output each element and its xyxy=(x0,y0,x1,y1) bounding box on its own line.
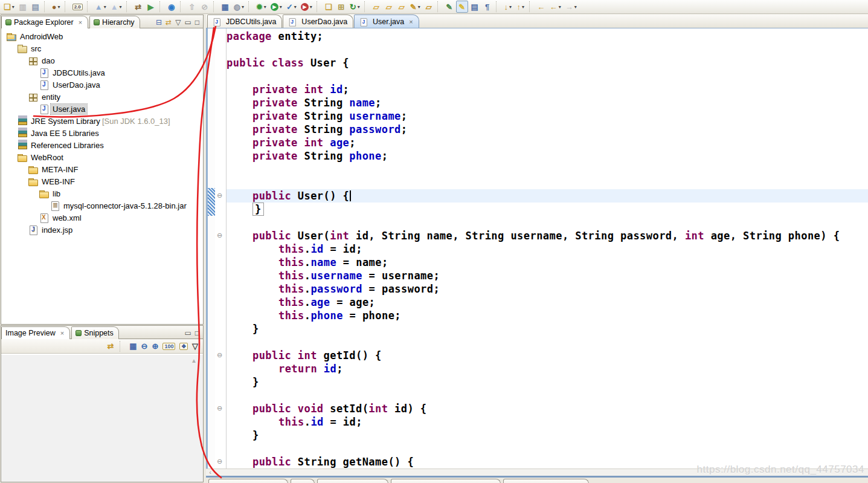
tree-item[interactable]: AndroidWeb xyxy=(1,30,203,42)
new-wizard-button[interactable]: ❏▾ xyxy=(2,1,16,13)
link-with-editor-icon[interactable]: ⇄ xyxy=(166,19,172,26)
web-services-button[interactable]: ◍▾ xyxy=(232,1,246,13)
debug-button[interactable]: ✹▾ xyxy=(254,1,268,13)
partial-tab[interactable] xyxy=(291,479,315,483)
back-button[interactable]: ←▾ xyxy=(548,1,563,13)
close-icon[interactable]: × xyxy=(78,18,83,27)
code-line[interactable]: this.name = name; xyxy=(227,256,868,269)
tree-item[interactable]: web.xml xyxy=(1,212,203,224)
code-line[interactable] xyxy=(227,43,868,56)
code-line[interactable]: private int age; xyxy=(227,136,868,149)
tab-snippets[interactable]: Snippets xyxy=(71,326,119,339)
code-line[interactable] xyxy=(227,389,868,402)
editor-tab-jdbcutils-java[interactable]: JDBCUtils.java xyxy=(207,15,282,28)
code-line[interactable] xyxy=(227,163,868,176)
partial-tab[interactable] xyxy=(503,479,589,483)
refresh-button[interactable]: ↻▾ xyxy=(348,1,362,13)
fold-collapse-icon[interactable]: ⊖ xyxy=(217,232,222,239)
code-line[interactable]: private String username; xyxy=(227,109,868,123)
show-whitespace-button[interactable]: ¶ xyxy=(481,1,493,13)
maximize-icon[interactable]: □ xyxy=(195,329,199,337)
tree-item[interactable]: Referenced Libraries xyxy=(1,139,203,151)
tab-image-preview[interactable]: Image Preview× xyxy=(1,326,70,339)
close-icon[interactable]: × xyxy=(409,18,413,25)
save-button[interactable]: ▥ xyxy=(17,1,29,13)
code-line[interactable]: this.id = id; xyxy=(227,415,868,429)
fold-collapse-icon[interactable]: ⊖ xyxy=(217,352,222,358)
link-with-editor-icon[interactable]: ⇄ xyxy=(107,342,114,351)
database-explorer-button[interactable]: ▦ xyxy=(219,1,231,13)
new-package-button[interactable]: ⊞ xyxy=(335,1,347,13)
new-web-component-button[interactable]: ●▾ xyxy=(50,1,62,13)
tree-item[interactable]: WEB-INF xyxy=(1,175,203,187)
image-icon[interactable]: ▦ xyxy=(129,342,137,351)
run-history-button[interactable]: ✓▾ xyxy=(285,1,298,13)
fold-collapse-icon[interactable]: ⊖ xyxy=(217,405,222,412)
generate-getter-button[interactable]: ✎ xyxy=(443,1,455,13)
tree-item[interactable]: META-INF xyxy=(1,163,203,175)
code-line[interactable]: private String password; xyxy=(227,123,868,136)
xdoclet-2-button[interactable]: 2.0 xyxy=(71,1,85,13)
tree-item[interactable]: User.java xyxy=(1,103,203,115)
code-line[interactable]: private String name; xyxy=(227,96,868,109)
code-line[interactable]: private int id; xyxy=(227,83,868,96)
fold-collapse-icon[interactable]: ⊖ xyxy=(217,192,222,199)
editor-tab-userdao-java[interactable]: UserDao.java xyxy=(283,15,353,28)
scroll-left-icon[interactable]: ‹ xyxy=(206,469,214,476)
print-button[interactable]: ▤ xyxy=(30,1,42,13)
last-edit-location-button[interactable]: ← xyxy=(535,1,547,13)
code-line[interactable]: } xyxy=(227,203,868,216)
export-archive-button[interactable]: ⇄ xyxy=(132,1,144,13)
tree-item[interactable]: mysql-connector-java-5.1.28-bin.jar xyxy=(1,199,203,212)
zoom-100-icon[interactable]: 100 xyxy=(162,343,175,350)
tree-item[interactable]: index.jsp xyxy=(1,224,203,236)
tree-item[interactable]: WebRoot xyxy=(1,151,203,163)
open-file-purple-button[interactable]: ▱ xyxy=(396,1,408,13)
web-browser-button[interactable]: ◉ xyxy=(166,1,178,13)
code-editor-text[interactable]: package entity;public class User {privat… xyxy=(227,28,868,468)
code-line[interactable] xyxy=(227,176,868,189)
tree-item[interactable]: JRE System Library [Sun JDK 1.6.0_13] xyxy=(1,115,203,127)
open-file-green-button[interactable]: ▱ xyxy=(383,1,395,13)
copy-button[interactable]: ⇧ xyxy=(186,1,198,13)
tree-item[interactable]: UserDao.java xyxy=(1,79,203,91)
open-folder-button[interactable]: ▱ xyxy=(423,1,435,13)
scroll-up-icon[interactable]: ▲ xyxy=(191,357,197,364)
code-line[interactable]: public User() { xyxy=(227,189,868,203)
code-line[interactable] xyxy=(227,442,868,455)
forward-button[interactable]: →▾ xyxy=(564,1,579,13)
maximize-icon[interactable]: □ xyxy=(195,19,199,26)
view-menu-icon[interactable]: ▽ xyxy=(175,19,181,26)
menu-chevron-icon[interactable]: ▽ xyxy=(192,342,198,351)
code-line[interactable]: this.phone = phone; xyxy=(227,309,868,322)
code-line[interactable] xyxy=(227,336,868,349)
minimize-icon[interactable]: ▭ xyxy=(184,329,191,337)
code-line[interactable]: } xyxy=(227,429,868,442)
tree-item[interactable]: Java EE 5 Libraries xyxy=(1,127,203,139)
package-explorer-tree[interactable]: AndroidWebsrcdaoJDBCUtils.javaUserDao.ja… xyxy=(1,28,203,324)
partial-tab[interactable] xyxy=(391,479,501,483)
new-interface-button[interactable]: ▲▾ xyxy=(109,1,124,13)
code-line[interactable]: public User(int id, String name, String … xyxy=(227,229,868,242)
open-file-red-button[interactable]: ▱ xyxy=(370,1,382,13)
open-wizard-button[interactable]: ❏ xyxy=(323,1,335,13)
code-line[interactable]: package entity; xyxy=(227,30,868,43)
code-line[interactable]: private String phone; xyxy=(227,149,868,163)
new-class-button[interactable]: ▲▾ xyxy=(93,1,108,13)
code-line[interactable]: public class User { xyxy=(227,56,868,70)
fit-to-window-icon[interactable]: ✥ xyxy=(179,343,188,350)
code-line[interactable]: public void setId(int id) { xyxy=(227,402,868,415)
deploy-button[interactable]: ▶ xyxy=(145,1,157,13)
editor-tab-user-java[interactable]: User.java× xyxy=(354,15,419,28)
code-line[interactable]: return id; xyxy=(227,362,868,375)
tab-package-explorer[interactable]: Package Explorer× xyxy=(1,16,88,28)
close-icon[interactable]: × xyxy=(60,329,65,337)
next-annotation-button[interactable]: ↓▾ xyxy=(502,1,514,13)
code-line[interactable]: } xyxy=(227,322,868,336)
tree-item[interactable]: src xyxy=(1,42,203,54)
run-button[interactable]: ▶▾ xyxy=(269,1,284,13)
code-line[interactable]: this.age = age; xyxy=(227,296,868,309)
previous-annotation-button[interactable]: ↑▾ xyxy=(515,1,527,13)
code-line[interactable]: } xyxy=(227,375,868,389)
minimize-icon[interactable]: ▭ xyxy=(184,19,191,26)
